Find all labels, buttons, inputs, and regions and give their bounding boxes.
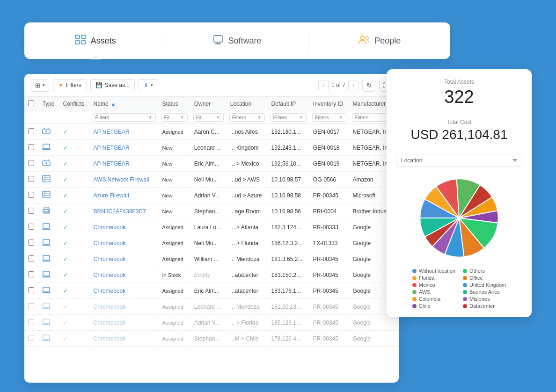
- download-button[interactable]: ⬇ ▾: [139, 79, 158, 91]
- row-checkbox-cell[interactable]: [24, 315, 38, 331]
- asset-name-link[interactable]: Chromebook: [94, 224, 126, 231]
- asset-name-link[interactable]: BRN3C2AF438F3D7: [94, 208, 146, 215]
- asset-name-link[interactable]: Chromebook: [94, 240, 126, 247]
- row-name-cell[interactable]: Chromebook: [90, 251, 159, 267]
- row-checkbox[interactable]: [28, 255, 34, 261]
- row-checkbox-cell[interactable]: [24, 283, 38, 299]
- row-checkbox-cell[interactable]: [24, 267, 38, 283]
- asset-name-link[interactable]: AWS Network Firewall: [94, 176, 149, 183]
- legend-item-misiones: Misiones: [463, 296, 506, 302]
- refresh-button[interactable]: ↻: [362, 79, 375, 92]
- row-checkbox-cell[interactable]: [24, 172, 38, 188]
- layout-toggle-button[interactable]: ⊞ ▾: [31, 79, 49, 92]
- asset-name-link[interactable]: AP NETGEAR: [94, 160, 130, 167]
- asset-name-link[interactable]: Chromebook: [94, 304, 126, 310]
- save-as-button[interactable]: 💾 Save as...: [90, 79, 135, 91]
- row-conflicts-cell: ✓: [59, 235, 90, 251]
- row-checkbox[interactable]: [28, 319, 34, 325]
- owner-filter[interactable]: Fil...▼: [193, 113, 224, 122]
- name-filter[interactable]: Filters▼: [93, 113, 156, 122]
- table-row: ✓ Chromebook Assigned Neil Mu... ... > F…: [24, 235, 399, 251]
- asset-name-link[interactable]: Azure Firewall: [94, 192, 129, 199]
- row-checkbox-cell[interactable]: [24, 219, 38, 235]
- asset-type-icon: [42, 129, 51, 136]
- row-checkbox[interactable]: [28, 128, 34, 134]
- asset-name-link[interactable]: Chromebook: [94, 272, 126, 278]
- row-name-cell[interactable]: Chromebook: [90, 315, 159, 331]
- row-checkbox[interactable]: [28, 271, 34, 277]
- row-invid-cell: PR-00345: [309, 283, 349, 299]
- asset-name-link[interactable]: Chromebook: [94, 335, 126, 342]
- row-name-cell[interactable]: AP NETGEAR: [90, 124, 159, 140]
- ip-filter[interactable]: Filters▼: [271, 113, 307, 122]
- asset-name-link[interactable]: AP NETGEAR: [94, 129, 130, 135]
- row-name-cell[interactable]: Azure Firewall: [90, 188, 159, 203]
- row-checkbox[interactable]: [28, 144, 34, 150]
- row-type-cell: [38, 203, 59, 219]
- row-conflicts-cell: ✓: [59, 299, 90, 315]
- row-checkbox-cell[interactable]: [24, 140, 38, 156]
- filters-button[interactable]: ▼ Filters: [53, 79, 87, 91]
- row-checkbox-cell[interactable]: [24, 124, 38, 140]
- row-checkbox[interactable]: [28, 303, 34, 309]
- asset-name-link[interactable]: Chromebook: [94, 288, 126, 294]
- status-filter[interactable]: Fil...▼: [161, 113, 188, 122]
- row-status-cell: New: [159, 172, 190, 188]
- total-cost-section: Total Cost USD 261,104.81: [396, 119, 522, 148]
- svg-rect-32: [42, 229, 51, 230]
- row-checkbox-cell[interactable]: [24, 299, 38, 315]
- invid-filter[interactable]: Filters▼: [312, 113, 346, 122]
- asset-name-link[interactable]: AP NETGEAR: [94, 145, 130, 151]
- row-name-cell[interactable]: Chromebook: [90, 267, 159, 283]
- legend-item-datacenter: Datacenter: [463, 303, 506, 309]
- row-checkbox[interactable]: [28, 224, 34, 230]
- row-checkbox[interactable]: [28, 335, 34, 341]
- row-owner-cell: Leonard ...: [190, 140, 227, 156]
- asset-name-link[interactable]: Chromebook: [94, 256, 126, 262]
- row-checkbox[interactable]: [28, 240, 34, 246]
- download-icon: ⬇: [144, 82, 148, 88]
- row-ip-cell: 183.176.1...: [268, 283, 309, 299]
- row-checkbox-cell[interactable]: [24, 203, 38, 219]
- next-page-button[interactable]: ›: [348, 80, 358, 90]
- row-checkbox-cell[interactable]: [24, 331, 38, 347]
- row-checkbox[interactable]: [28, 160, 34, 166]
- row-name-cell[interactable]: Chromebook: [90, 283, 159, 299]
- row-location-cell: ... > Florida: [227, 235, 268, 251]
- table-scroll-area[interactable]: Type Conflicts Name ▲ Status Owner Locat…: [24, 97, 399, 383]
- col-header-name[interactable]: Name ▲: [90, 97, 159, 111]
- legend-item-uk: United Kingdom: [463, 282, 506, 288]
- row-checkbox[interactable]: [28, 208, 34, 214]
- row-owner-cell: William ...: [190, 251, 227, 267]
- row-checkbox[interactable]: [28, 192, 34, 198]
- row-status-cell: New: [159, 203, 190, 219]
- row-name-cell[interactable]: AWS Network Firewall: [90, 172, 159, 188]
- tab-software[interactable]: Software: [166, 22, 308, 59]
- location-filter-dropdown[interactable]: Location Florida Mexico AWS Buenos Aires…: [396, 154, 522, 167]
- row-name-cell[interactable]: Chromebook: [90, 331, 159, 347]
- row-owner-cell: Neil Mu...: [190, 235, 227, 251]
- row-name-cell[interactable]: AP NETGEAR: [90, 156, 159, 172]
- row-owner-cell: Adrian V...: [190, 315, 227, 331]
- row-name-cell[interactable]: Chromebook: [90, 299, 159, 315]
- row-type-cell: [38, 315, 59, 331]
- svg-rect-14: [42, 149, 51, 150]
- row-checkbox-cell[interactable]: [24, 156, 38, 172]
- row-name-cell[interactable]: Chromebook: [90, 235, 159, 251]
- row-status-cell: Assigned: [159, 315, 190, 331]
- prev-page-button[interactable]: ‹: [318, 80, 329, 90]
- row-checkbox[interactable]: [28, 176, 34, 182]
- row-name-cell[interactable]: AP NETGEAR: [90, 140, 159, 156]
- asset-name-link[interactable]: Chromebook: [94, 319, 126, 326]
- select-all-checkbox[interactable]: [28, 100, 34, 106]
- tab-assets[interactable]: Assets: [24, 22, 166, 59]
- row-checkbox-cell[interactable]: [24, 188, 38, 203]
- row-name-cell[interactable]: Chromebook: [90, 219, 159, 235]
- row-checkbox[interactable]: [28, 287, 34, 293]
- row-name-cell[interactable]: BRN3C2AF438F3D7: [90, 203, 159, 219]
- row-checkbox-cell[interactable]: [24, 235, 38, 251]
- row-ip-cell: 10.10.98.57: [268, 172, 309, 188]
- row-checkbox-cell[interactable]: [24, 251, 38, 267]
- location-filter[interactable]: Filters▼: [229, 113, 265, 122]
- tab-people[interactable]: People: [308, 22, 450, 59]
